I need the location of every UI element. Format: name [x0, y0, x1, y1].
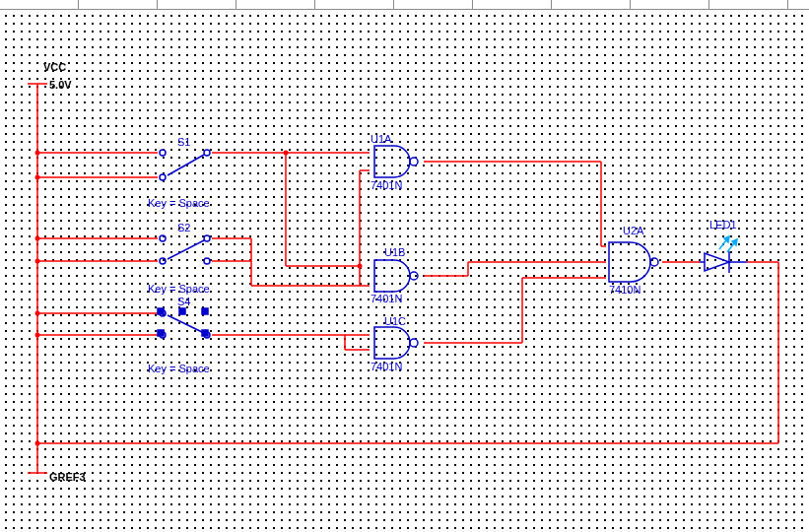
svg-rect-64 [202, 308, 208, 314]
svg-point-54 [160, 235, 166, 241]
svg-point-50 [160, 150, 166, 156]
gate-u2a-part-label: 7410N [609, 284, 640, 296]
svg-point-47 [35, 441, 40, 446]
led-label: LED1 [709, 219, 737, 231]
vcc-label: VCC [43, 61, 66, 73]
schematic-canvas[interactable] [0, 10, 809, 532]
gate-u1b-label: U1B [384, 246, 405, 258]
svg-rect-63 [158, 308, 164, 314]
switch-s2[interactable] [160, 235, 210, 264]
gate-u2a[interactable] [609, 242, 658, 282]
svg-point-57 [204, 258, 210, 264]
svg-point-56 [204, 235, 210, 241]
switch-s2-label: S2 [177, 222, 190, 233]
switch-s1-label: S1 [177, 136, 190, 148]
svg-point-51 [160, 174, 166, 180]
switch-s1-key-label: Key = Space [148, 197, 210, 209]
gate-u1c-part-label: 7401N [371, 361, 402, 372]
svg-point-45 [35, 311, 40, 316]
svg-point-48 [284, 151, 289, 156]
svg-point-49 [358, 264, 363, 269]
svg-point-52 [204, 150, 210, 156]
svg-point-44 [35, 259, 40, 264]
switch-s4-label: S4 [177, 296, 190, 307]
svg-rect-65 [158, 330, 164, 336]
switch-s4[interactable] [158, 308, 210, 338]
svg-point-41 [35, 151, 40, 156]
svg-point-46 [35, 333, 40, 338]
led-led1[interactable] [700, 236, 747, 273]
switch-s1[interactable] [160, 150, 210, 180]
switch-s4-key-label: Key = Space [148, 363, 210, 374]
svg-line-62 [168, 315, 204, 333]
gate-u1a-part-label: 7401N [371, 179, 402, 191]
gate-u2a-label: U2A [623, 225, 643, 236]
svg-rect-67 [179, 308, 185, 314]
svg-point-42 [35, 175, 40, 180]
gate-u1a-label: U1A [371, 133, 391, 145]
gate-u1c-label: U1C [384, 315, 406, 327]
gate-u1b-part-label: 7401N [371, 293, 402, 304]
vcc-value-label: 5.0V [49, 79, 72, 91]
svg-line-58 [168, 240, 204, 259]
gnd-label: GREF3 [49, 471, 86, 483]
ruler [0, 0, 809, 10]
switch-s2-key-label: Key = Space [148, 283, 210, 295]
gate-u1c[interactable] [374, 327, 418, 359]
svg-point-55 [160, 258, 166, 264]
gate-u1a[interactable] [374, 146, 418, 177]
svg-line-53 [168, 155, 204, 175]
svg-rect-66 [202, 330, 208, 336]
gate-u1b[interactable] [374, 260, 418, 292]
svg-point-43 [35, 236, 40, 241]
